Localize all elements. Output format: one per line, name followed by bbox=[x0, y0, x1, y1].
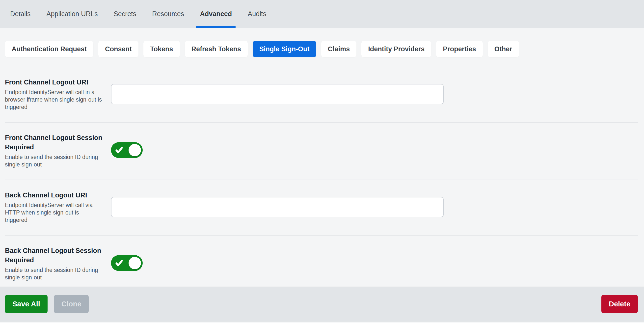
tab-resources[interactable]: Resources bbox=[148, 0, 188, 28]
advanced-subtab-bar: Authentication Request Consent Tokens Re… bbox=[5, 41, 638, 57]
advanced-tab-content: Authentication Request Consent Tokens Re… bbox=[0, 28, 644, 286]
subtab-other[interactable]: Other bbox=[488, 41, 519, 57]
form-row-front-channel-logout-session-required: Front Channel Logout Session Required En… bbox=[5, 122, 638, 180]
field-label: Back Channel Logout Session Required bbox=[5, 246, 104, 265]
front-channel-logout-uri-input[interactable] bbox=[111, 84, 444, 104]
tab-advanced[interactable]: Advanced bbox=[196, 0, 236, 28]
field-description: Enable to send the session ID during sin… bbox=[5, 266, 102, 281]
save-all-button[interactable]: Save All bbox=[5, 295, 48, 313]
form-row-front-channel-logout-uri: Front Channel Logout URI Endpoint Identi… bbox=[5, 67, 638, 122]
toggle-knob bbox=[128, 257, 141, 269]
field-label-block: Front Channel Logout URI Endpoint Identi… bbox=[5, 78, 104, 111]
field-label: Front Channel Logout URI bbox=[5, 78, 104, 87]
field-control-block bbox=[104, 84, 638, 104]
field-description: Endpoint IdentityServer will call in a b… bbox=[5, 88, 102, 111]
field-label: Front Channel Logout Session Required bbox=[5, 133, 104, 152]
subtab-single-sign-out[interactable]: Single Sign-Out bbox=[253, 41, 316, 57]
field-description: Enable to send the session ID during sin… bbox=[5, 153, 102, 168]
field-label-block: Back Channel Logout URI Endpoint Identit… bbox=[5, 190, 104, 224]
subtab-authentication-request[interactable]: Authentication Request bbox=[5, 41, 94, 57]
tab-application-urls[interactable]: Application URLs bbox=[43, 0, 102, 28]
main-tab-bar: Details Application URLs Secrets Resourc… bbox=[0, 0, 644, 28]
front-channel-logout-session-required-toggle[interactable] bbox=[111, 142, 143, 158]
subtab-consent[interactable]: Consent bbox=[98, 41, 138, 57]
form-row-back-channel-logout-session-required: Back Channel Logout Session Required Ena… bbox=[5, 236, 638, 286]
action-bar: Save All Clone Delete bbox=[0, 286, 644, 321]
check-icon bbox=[115, 259, 123, 267]
field-control-block bbox=[104, 255, 638, 272]
field-label-block: Back Channel Logout Session Required Ena… bbox=[5, 246, 104, 281]
clone-button[interactable]: Clone bbox=[54, 295, 89, 313]
subtab-properties[interactable]: Properties bbox=[436, 41, 483, 57]
tab-details[interactable]: Details bbox=[6, 0, 34, 28]
field-control-block bbox=[104, 142, 638, 159]
delete-button[interactable]: Delete bbox=[602, 295, 638, 313]
subtab-refresh-tokens[interactable]: Refresh Tokens bbox=[185, 41, 248, 57]
subtab-claims[interactable]: Claims bbox=[321, 41, 357, 57]
back-channel-logout-uri-input[interactable] bbox=[111, 197, 444, 217]
field-label-block: Front Channel Logout Session Required En… bbox=[5, 133, 104, 168]
client-advanced-settings-page: Details Application URLs Secrets Resourc… bbox=[0, 0, 644, 323]
tab-audits[interactable]: Audits bbox=[244, 0, 270, 28]
page-bottom-strip bbox=[0, 321, 644, 323]
field-label: Back Channel Logout URI bbox=[5, 190, 104, 200]
check-icon bbox=[115, 146, 123, 154]
tab-secrets[interactable]: Secrets bbox=[110, 0, 140, 28]
subtab-tokens[interactable]: Tokens bbox=[144, 41, 180, 57]
toggle-knob bbox=[128, 144, 141, 156]
back-channel-logout-session-required-toggle[interactable] bbox=[111, 255, 143, 271]
field-control-block bbox=[104, 197, 638, 217]
form-row-back-channel-logout-uri: Back Channel Logout URI Endpoint Identit… bbox=[5, 180, 638, 236]
field-description: Endpoint IdentityServer will call via HT… bbox=[5, 202, 102, 224]
subtab-identity-providers[interactable]: Identity Providers bbox=[362, 41, 431, 57]
